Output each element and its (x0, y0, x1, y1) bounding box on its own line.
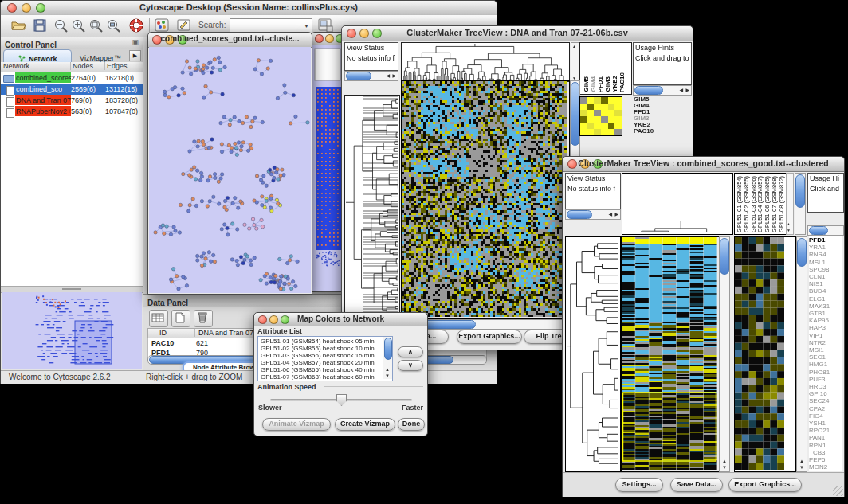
gene-label[interactable]: RPN1 (809, 442, 842, 449)
gene-label[interactable]: CLN1 (809, 273, 842, 280)
network-list-item[interactable]: combined_scores2764(0)16218(0) (1, 72, 143, 84)
attribute-list-vscrollbar[interactable]: ▲ ▼ (383, 337, 392, 379)
animate-vizmap-button[interactable]: Animate Vizmap (262, 418, 331, 431)
attribute-select-button[interactable] (149, 310, 168, 327)
gene-label[interactable]: NIS1 (809, 280, 842, 287)
animation-speed-slider-thumb[interactable] (336, 394, 347, 406)
gene-label[interactable]: PAN1 (809, 434, 842, 441)
tab-network[interactable]: Network (3, 49, 72, 63)
delete-attribute-button[interactable] (194, 310, 213, 327)
attribute-list-item[interactable]: GPL51-04 (GSM857) heat shock 20 min (259, 359, 380, 366)
tv2-column-dendrogram-area[interactable] (622, 173, 733, 235)
birdseye-icon[interactable] (318, 18, 334, 33)
minimize-icon[interactable] (325, 34, 334, 43)
gene-label[interactable]: YSH1 (809, 420, 842, 427)
zoom-fit-icon[interactable] (106, 18, 122, 33)
new-attribute-button[interactable] (171, 310, 190, 327)
gene-label[interactable]: HAP3 (809, 324, 842, 331)
gene-label[interactable]: FIG4 (809, 412, 842, 420)
tv1-column-label[interactable]: GIM5 (583, 76, 590, 92)
gene-label[interactable]: MAK31 (809, 303, 842, 310)
dialog-titlebar[interactable]: Map Colors to Network (254, 313, 427, 326)
tv1-hints-scrollbar[interactable]: ◀ ▶ (633, 85, 692, 96)
attribute-list-item[interactable]: GPL51-06 (GSM865) heat shock 40 min (259, 366, 380, 373)
tv2-mini-scroller[interactable]: ▲ ▼ (786, 173, 794, 235)
network-canvas[interactable] (149, 47, 311, 293)
gene-label[interactable]: VIP1 (809, 332, 842, 339)
float-panel-icon[interactable]: ▣ (132, 38, 139, 46)
gene-label[interactable]: SEC24 (809, 397, 842, 404)
save-icon[interactable] (33, 18, 47, 33)
background-network-view[interactable] (312, 45, 343, 291)
tv2-column-label[interactable]: GPL51-08 (GSM872) (778, 176, 785, 232)
annotation-icon[interactable] (177, 18, 192, 33)
gene-label[interactable]: PEP5 (809, 456, 842, 463)
gene-label[interactable]: RNR4 (809, 251, 842, 258)
tv2-column-label[interactable]: GPL51-01 (GSM854) (736, 176, 743, 232)
tv2-export-graphics-button[interactable]: Export Graphics... (728, 478, 802, 492)
tab-overflow-button[interactable]: ▶ (129, 50, 141, 61)
tv2-global-heatmap[interactable] (622, 237, 717, 470)
gene-label[interactable]: KAP95 (809, 317, 842, 324)
tv2-column-label[interactable]: GPL51-07 (GSM868) (771, 176, 778, 232)
gene-label[interactable]: ELG1 (809, 295, 842, 303)
tv2-hints-scrollbar[interactable] (807, 225, 844, 236)
tv1-zoom-matrix[interactable] (579, 96, 622, 136)
tv1-column-label[interactable]: GIM4 (590, 76, 597, 92)
done-button[interactable]: Done (398, 418, 425, 431)
tv2-column-label[interactable]: GPL51-02 (GSM855) (743, 176, 750, 232)
tv2-settings-button[interactable]: Settings... (615, 478, 663, 492)
search-dropdown-icon[interactable]: ▼ (304, 23, 309, 29)
gene-label[interactable]: HMG1 (809, 361, 842, 368)
resize-grip[interactable] (833, 486, 843, 496)
tv1-row-label[interactable]: PAC10 (634, 128, 681, 135)
treeview-combined-titlebar[interactable]: ClusterMaker TreeView : combined_scores_… (563, 157, 844, 172)
col-header-edges[interactable]: Edges (104, 62, 143, 70)
tv2-column-label[interactable]: GPL51-06 (GSM865) (764, 176, 771, 232)
tv1-row-dendrogram[interactable] (345, 96, 398, 317)
attribute-list-item[interactable]: GPL51-07 (GSM868) heat shock 60 min (259, 373, 380, 380)
gene-label[interactable]: CPA2 (809, 405, 842, 412)
gene-label[interactable]: GPI16 (809, 390, 842, 397)
treeview-dna-titlebar[interactable]: ClusterMaker TreeView : DNA and Tran 07-… (342, 26, 693, 41)
tv2-status-scrollbar[interactable]: ◀ ▶ (565, 209, 621, 220)
tv1-column-dendrogram[interactable] (402, 43, 567, 80)
tv1-global-heatmap[interactable] (402, 81, 567, 317)
network-window-titlebar[interactable]: combined_scores_good.txt--cluste... (148, 33, 312, 48)
attribute-list-item[interactable]: GPL51-03 (GSM856) heat shock 15 min (259, 352, 380, 359)
background-window-titlebar[interactable] (312, 33, 344, 46)
open-file-icon[interactable] (10, 18, 26, 33)
data-col-id[interactable]: ID (159, 329, 191, 337)
tv1-column-label[interactable]: PFD1 (597, 76, 604, 92)
tv2-collabel-vscrollbar[interactable] (795, 173, 806, 235)
col-header-network[interactable]: Network (3, 62, 67, 70)
help-lifering-icon[interactable] (128, 18, 144, 33)
attribute-list-item[interactable]: GPL51-01 (GSM854) heat shock 05 min (259, 338, 380, 345)
gene-label[interactable]: MON2 (809, 463, 842, 471)
tv2-save-data-button[interactable]: Save Data... (670, 478, 723, 492)
gene-label[interactable]: PUF3 (809, 376, 842, 383)
col-header-nodes[interactable]: Nodes (70, 62, 104, 70)
move-up-button[interactable]: ∧ (398, 346, 423, 357)
tab-vizmapper[interactable]: VizMapper™ (72, 49, 129, 61)
tv2-global-vscrollbar[interactable]: ▲ ▼ (719, 236, 730, 472)
tv1-mini-scroller[interactable]: ▲ ▼ (571, 42, 579, 82)
gene-label[interactable]: HRD3 (809, 383, 842, 390)
zoom-in-icon[interactable] (71, 18, 87, 33)
zoom-selected-icon[interactable] (88, 18, 104, 33)
tv1-column-label[interactable]: YKE2 (611, 76, 618, 92)
gene-label[interactable]: NTR2 (809, 339, 842, 346)
gene-label[interactable]: PHO81 (809, 369, 842, 376)
zoom-out-icon[interactable] (53, 18, 69, 33)
attribute-list[interactable]: GPL51-01 (GSM854) heat shock 05 minGPL51… (257, 336, 393, 381)
gene-label[interactable]: YRA1 (809, 244, 842, 251)
tv1-export-graphics-button[interactable]: Export Graphics... (457, 330, 522, 344)
create-vizmap-button[interactable]: Create Vizmap (335, 418, 395, 431)
move-down-button[interactable]: ∨ (398, 360, 423, 371)
gene-label[interactable]: SEC1 (809, 354, 842, 361)
gene-label[interactable]: RPO21 (809, 427, 842, 434)
tv2-zoom-vscrollbar[interactable]: ▲ ▼ (796, 236, 807, 472)
tv2-row-dendrogram[interactable] (566, 237, 618, 470)
vizmapper-icon[interactable] (155, 18, 170, 33)
tv1-column-label[interactable]: PAC10 (618, 72, 626, 92)
